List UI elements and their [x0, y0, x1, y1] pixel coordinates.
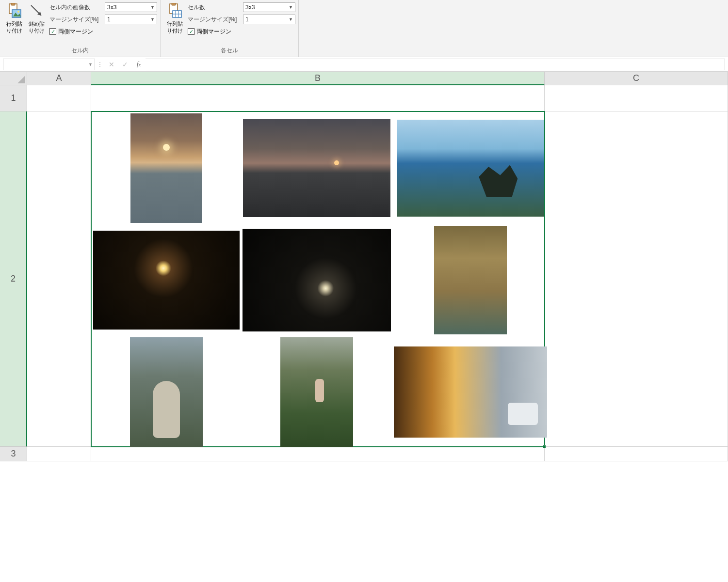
enter-button[interactable]: ✓: [118, 59, 132, 70]
paste-rowcol-button-2[interactable]: 行列貼り付け: [163, 1, 186, 36]
paste-diag-button[interactable]: 斜め貼り付け: [25, 1, 48, 36]
name-box[interactable]: ▼: [3, 59, 95, 70]
margin-size-label-2: マージンサイズ[%]: [188, 16, 241, 24]
fx-icon: fx: [137, 61, 141, 68]
inserted-image[interactable]: [93, 231, 240, 330]
cell-c1[interactable]: [545, 85, 728, 111]
row-header-2[interactable]: 2: [0, 111, 27, 447]
both-margin-checkbox[interactable]: ✓: [49, 28, 56, 35]
separator-dots: [97, 62, 103, 67]
column-headers: A B C: [0, 72, 728, 85]
row-headers: 1 2 3: [0, 85, 27, 461]
cells-area: [27, 85, 728, 461]
margin-size-label: マージンサイズ[%]: [49, 16, 103, 24]
images-in-cell-label: セル内の画像数: [49, 3, 103, 12]
margin-size-combo-2[interactable]: 1 ▼: [243, 15, 295, 24]
inserted-image[interactable]: [130, 113, 202, 223]
images-in-cell-combo[interactable]: 3x3 ▼: [105, 2, 157, 12]
cancel-button[interactable]: ✕: [105, 59, 118, 70]
inserted-image[interactable]: [243, 229, 391, 331]
cell-count-label: セル数: [188, 3, 241, 12]
svg-point-4: [17, 11, 19, 13]
svg-rect-1: [11, 3, 15, 5]
x-icon: ✕: [109, 61, 114, 68]
formula-input[interactable]: [146, 59, 725, 70]
paste-rowcol-label: 行列貼り付け: [6, 20, 22, 34]
formula-bar: ▼ ✕ ✓ fx: [0, 57, 728, 72]
inserted-image[interactable]: [434, 226, 507, 334]
image-grid-3x3: [92, 112, 544, 446]
svg-rect-8: [172, 3, 176, 5]
worksheet-grid: A B C 1 2 3: [0, 72, 728, 582]
both-margin-label-2: 両側マージン: [196, 28, 231, 36]
inserted-image[interactable]: [130, 337, 203, 447]
fill-handle[interactable]: [543, 445, 546, 448]
ribbon-group-label-1: セル内: [3, 46, 157, 56]
chevron-down-icon: ▼: [150, 17, 155, 22]
chevron-down-icon: ▼: [289, 17, 293, 22]
cell-b1[interactable]: [91, 85, 545, 111]
column-header-c[interactable]: C: [545, 72, 728, 85]
paste-rowcol-button[interactable]: 行列貼り付け: [3, 1, 25, 36]
cell-c3[interactable]: [545, 447, 728, 461]
both-margin-label: 両側マージン: [58, 28, 93, 36]
paste-rowcol-label-2: 行列貼り付け: [167, 20, 183, 34]
chevron-down-icon: ▼: [289, 5, 293, 10]
inserted-image[interactable]: [394, 346, 547, 438]
ribbon-group-label-2: 各セル: [163, 46, 295, 56]
cell-count-value: 3x3: [245, 4, 255, 11]
row-header-1[interactable]: 1: [0, 85, 27, 111]
margin-size-value: 1: [107, 16, 111, 23]
cell-b2[interactable]: [91, 111, 545, 447]
diagonal-arrow-icon: [29, 3, 44, 19]
both-margin-checkbox-2[interactable]: ✓: [188, 28, 194, 35]
cell-b3[interactable]: [91, 447, 545, 461]
check-icon: ✓: [122, 61, 128, 68]
inserted-image[interactable]: [243, 119, 390, 217]
select-all-corner[interactable]: [0, 72, 27, 85]
clipboard-image-icon: [6, 3, 22, 19]
margin-size-combo[interactable]: 1 ▼: [105, 15, 157, 24]
fx-button[interactable]: fx: [132, 59, 146, 70]
cell-c2[interactable]: [545, 111, 728, 447]
cell-a3[interactable]: [27, 447, 91, 461]
paste-diag-label: 斜め貼り付け: [29, 20, 45, 34]
chevron-down-icon: ▼: [150, 5, 155, 10]
ribbon-group-each-cell: 行列貼り付け セル数 3x3 ▼ マージンサイズ[%] 1 ▼: [161, 0, 299, 57]
margin-size-value-2: 1: [245, 16, 249, 23]
ribbon: 行列貼り付け 斜め貼り付け セル内の画像数 3x3 ▼: [0, 0, 728, 57]
column-header-b[interactable]: B: [91, 72, 545, 85]
column-header-a[interactable]: A: [27, 72, 91, 85]
inserted-image[interactable]: [280, 337, 353, 447]
clipboard-table-icon: [167, 3, 182, 19]
inserted-image[interactable]: [397, 120, 544, 217]
cell-count-combo[interactable]: 3x3 ▼: [243, 2, 295, 12]
ribbon-group-cell-inside: 行列貼り付け 斜め貼り付け セル内の画像数 3x3 ▼: [0, 0, 161, 57]
cell-a1[interactable]: [27, 85, 91, 111]
cell-a2[interactable]: [27, 111, 91, 447]
chevron-down-icon: ▼: [88, 62, 93, 67]
row-header-3[interactable]: 3: [0, 447, 27, 461]
images-in-cell-value: 3x3: [107, 4, 116, 11]
